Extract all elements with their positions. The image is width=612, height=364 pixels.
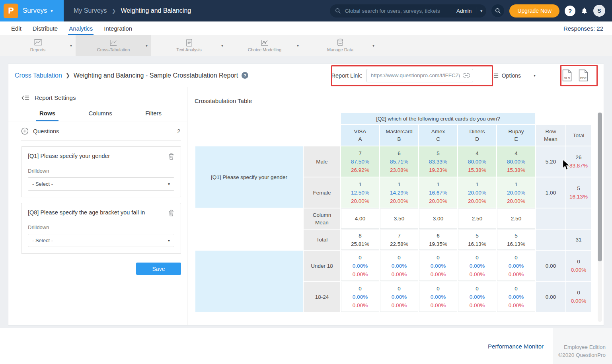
svg-text:XLS: XLS	[564, 76, 570, 80]
column-header-row: VISAA MastercardB AmexC DinersD RupayE R…	[195, 125, 591, 146]
nav-distribute[interactable]: Distribute	[33, 21, 58, 35]
performance-monitor-link[interactable]: Performance Monitor	[488, 343, 544, 350]
nav-edit[interactable]: Edit	[11, 21, 21, 35]
questions-header-row: Questions 2	[21, 121, 181, 141]
total-cell	[566, 208, 591, 229]
search-scope-caret-icon[interactable]: ▾	[480, 9, 482, 13]
link-icon	[463, 73, 470, 78]
reports-caret-icon[interactable]: ▾	[70, 43, 72, 48]
cross-tabulation-caret-icon[interactable]: ▾	[146, 43, 148, 48]
options-list-icon	[492, 73, 499, 78]
report-help-button[interactable]: ?	[242, 72, 248, 79]
scatter-chart-icon	[260, 39, 269, 47]
database-icon	[337, 39, 344, 47]
document-lines-icon	[185, 39, 193, 47]
drilldown-label: Drilldown	[28, 168, 174, 174]
vertical-scrollbar[interactable]	[598, 112, 602, 322]
search-scope-selector[interactable]: Admin	[456, 8, 472, 14]
collapse-panel-button[interactable]	[21, 95, 29, 101]
chevron-down-icon: ▾	[168, 238, 170, 243]
question-header-cell: [Q2] which of the following credit cards…	[341, 113, 535, 124]
save-button[interactable]: Save	[136, 263, 181, 275]
tool-text-analysis[interactable]: Text Analysis ▾	[151, 35, 227, 56]
circle-plus-icon	[21, 127, 29, 135]
data-cell: 4.00	[341, 208, 379, 229]
trash-icon	[168, 210, 174, 216]
global-search-input[interactable]	[345, 8, 453, 14]
copy-link-button[interactable]	[463, 72, 470, 79]
tab-columns[interactable]: Columns	[88, 110, 112, 121]
scrollbar-thumb[interactable]	[598, 113, 602, 261]
data-cell: 00.00%0.00%	[419, 251, 457, 281]
settings-tabs: Rows Columns Filters	[8, 110, 187, 121]
row-mean-cell: 5.20	[536, 146, 565, 177]
column-header-amex: AmexC	[419, 125, 457, 146]
question-mark-icon: ?	[244, 73, 246, 78]
crosstab-row: Under 1800.00%0.00%00.00%0.00%00.00%0.00…	[195, 251, 591, 281]
questions-count-badge: 2	[177, 128, 180, 134]
notifications-button[interactable]	[581, 7, 588, 15]
tool-label: Cross-Tabulation	[97, 47, 130, 52]
global-search[interactable]: Admin ▾	[330, 4, 486, 18]
text-analysis-caret-icon[interactable]: ▾	[221, 43, 223, 48]
tool-label: Reports	[30, 47, 46, 52]
nav-integration[interactable]: Integration	[104, 21, 132, 35]
product-switcher[interactable]: P Surveys ▾	[0, 0, 64, 21]
add-question-button[interactable]	[21, 127, 29, 135]
tool-reports[interactable]: Reports ▾	[0, 35, 76, 56]
edition-label: Employee Edition	[553, 343, 606, 351]
data-cell: 112.50%20.00%	[341, 177, 379, 208]
report-link-input[interactable]	[366, 69, 473, 82]
upgrade-now-button[interactable]: Upgrade Now	[509, 4, 559, 18]
topbar-breadcrumb: My Surveys ❯ Weighting and Balancing	[74, 7, 191, 14]
cross-tabulation-breadcrumb-link[interactable]: Cross Tabulation	[15, 72, 62, 79]
question-text: [Q8] Please specify the age bracket you …	[28, 209, 168, 216]
product-caret-icon[interactable]: ▾	[51, 9, 53, 13]
data-cell: 685.71%23.08%	[380, 146, 418, 177]
export-xls-button[interactable]: XLS	[562, 69, 572, 82]
report-body: Report Settings Rows Columns Filters Que…	[8, 87, 604, 325]
search-submit-button[interactable]	[491, 4, 504, 17]
tool-label: Text Analysis	[176, 47, 202, 52]
report-card: Cross Tabulation ❯ Weighting and Balanci…	[8, 64, 604, 325]
help-button[interactable]: ?	[565, 6, 575, 16]
delete-question-button[interactable]	[168, 153, 174, 160]
main-content: Cross Tabulation ❯ Weighting and Balanci…	[0, 56, 612, 328]
options-button[interactable]: Options	[492, 72, 521, 79]
drilldown-select-value: - Select -	[32, 237, 53, 243]
user-avatar[interactable]: S	[593, 5, 605, 17]
drilldown-select-value: - Select -	[32, 181, 53, 187]
data-cell: 00.00%0.00%	[341, 251, 379, 281]
data-cell: 00.00%0.00%	[341, 282, 379, 312]
tab-filters[interactable]: Filters	[145, 110, 162, 121]
search-icon	[335, 8, 341, 14]
question-mark-icon: ?	[568, 8, 572, 14]
tool-choice-modelling[interactable]: Choice Modelling ▾	[227, 35, 302, 56]
drilldown-select[interactable]: - Select - ▾	[28, 234, 174, 247]
search-icon	[495, 8, 501, 14]
edition-info: Employee Edition ©2020 QuestionPro	[553, 328, 612, 364]
crosstab-row: Column Mean4.003.503.002.502.50	[195, 208, 591, 229]
data-cell: 722.58%	[380, 230, 418, 250]
drilldown-select[interactable]: - Select - ▾	[28, 177, 174, 191]
export-pdf-button[interactable]: PDF	[578, 69, 589, 82]
manage-data-caret-icon[interactable]: ▾	[372, 43, 374, 48]
delete-question-button[interactable]	[168, 210, 174, 216]
chevron-down-icon: ▾	[168, 182, 170, 186]
data-cell: 120.00%20.00%	[458, 177, 496, 208]
tool-cross-tabulation[interactable]: Cross-Tabulation ▾	[76, 35, 151, 56]
choice-modelling-caret-icon[interactable]: ▾	[297, 43, 299, 48]
questionpro-logo[interactable]: P	[4, 4, 18, 18]
row-mean-cell	[536, 208, 565, 229]
breadcrumb-my-surveys[interactable]: My Surveys	[74, 7, 107, 14]
tab-rows[interactable]: Rows	[39, 110, 55, 121]
total-cell: 00.00%	[566, 251, 591, 281]
total-cell: 2683.87%	[566, 146, 591, 177]
nav-analytics[interactable]: Analytics	[69, 21, 93, 35]
row-label-cell: Female	[304, 177, 340, 208]
topbar-actions: Admin ▾ Upgrade Now ? S	[330, 4, 612, 18]
breadcrumb-current: Weighting and Balancing	[121, 7, 191, 14]
options-caret-icon[interactable]: ▾	[534, 73, 536, 78]
tool-manage-data[interactable]: Manage Data ▾	[302, 35, 378, 56]
product-label: Surveys	[23, 7, 47, 15]
